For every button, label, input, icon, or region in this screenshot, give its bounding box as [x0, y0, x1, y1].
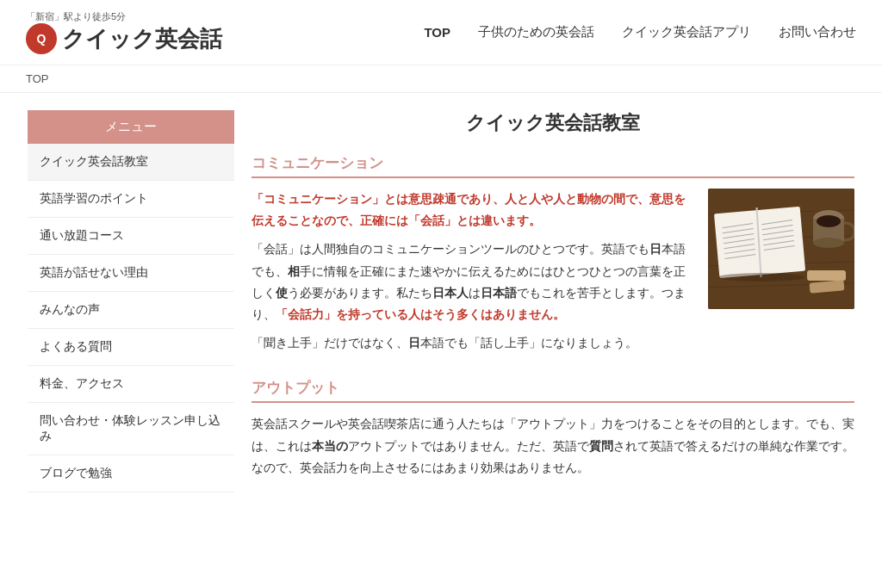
main-nav: TOP 子供のための英会話 クイック英会話アプリ お問い合わせ: [424, 24, 856, 40]
book-image: [708, 189, 854, 309]
comm-normal-2: 「聞き上手」だけではなく、日本語でも「話し上手」になりましょう。: [252, 336, 637, 350]
nav-kids-english[interactable]: 子供のための英会話: [478, 24, 594, 40]
svg-rect-24: [807, 270, 846, 281]
comm-highlight-1: 「コミュニケーション」とは意思疎通であり、人と人や人と動物の間で、意思を伝えるこ…: [252, 192, 686, 227]
logo-icon: Q: [26, 23, 57, 54]
section-communication: コミュニケーション 「コミュニケーション」とは意思疎通であり、人と人や人と動物の…: [252, 153, 854, 354]
sidebar-item-fee-access[interactable]: 料金、アクセス: [28, 366, 234, 403]
section-title-communication: コミュニケーション: [252, 153, 854, 178]
section-output: アウトプット 英会話スクールや英会話喫茶店に通う人たちは「アウトプット」力をつけ…: [252, 378, 854, 479]
sidebar-item-faq[interactable]: よくある質問: [28, 329, 234, 366]
sidebar-item-unlimited-course[interactable]: 通い放題コース: [28, 218, 234, 255]
logo-main: Q クイック英会話: [26, 23, 222, 54]
sidebar-menu-header: メニュー: [28, 110, 234, 144]
sidebar-item-cant-speak[interactable]: 英語が話せない理由: [28, 255, 234, 292]
sidebar-item-learning-points[interactable]: 英語学習のポイント: [28, 181, 234, 218]
main-content: クイック英会話教室 コミュニケーション 「コミュニケーション」とは意思疎通であり…: [252, 110, 854, 503]
logo-area: 「新宿」駅より徒歩5分 Q クイック英会話: [26, 10, 222, 54]
content-with-image: 「コミュニケーション」とは意思疎通であり、人と人や人と動物の間で、意思を伝えるこ…: [252, 189, 854, 354]
svg-point-26: [718, 273, 804, 282]
page-title: クイック英会話教室: [252, 110, 854, 136]
nav-contact[interactable]: お問い合わせ: [779, 24, 856, 40]
sidebar-item-classroom[interactable]: クイック英会話教室: [28, 144, 234, 181]
header: 「新宿」駅より徒歩5分 Q クイック英会話 TOP 子供のための英会話 クイック…: [0, 0, 882, 65]
sidebar-item-testimonials[interactable]: みんなの声: [28, 292, 234, 329]
sidebar-item-blog[interactable]: ブログで勉強: [28, 455, 234, 492]
communication-text: 「コミュニケーション」とは意思疎通であり、人と人や人と動物の間で、意思を伝えるこ…: [252, 189, 694, 354]
breadcrumb: TOP: [0, 65, 882, 93]
svg-point-22: [813, 238, 844, 248]
logo-subtitle: 「新宿」駅より徒歩5分: [26, 10, 222, 23]
output-text: 英会話スクールや英会話喫茶店に通う人たちは「アウトプット」力をつけることをその目…: [252, 413, 854, 479]
comm-normal-1: 「会話」は人間独自のコミュニケーションツールのひとつです。英語でも日本語でも、相…: [252, 242, 686, 321]
nav-top[interactable]: TOP: [424, 25, 450, 40]
logo-text: クイック英会話: [62, 24, 222, 54]
nav-app[interactable]: クイック英会話アプリ: [622, 24, 751, 40]
sidebar-item-contact-trial[interactable]: 問い合わせ・体験レッスン申し込み: [28, 403, 234, 455]
main-layout: メニュー クイック英会話教室 英語学習のポイント 通い放題コース 英語が話せない…: [10, 93, 872, 520]
section-title-output: アウトプット: [252, 378, 854, 403]
svg-point-23: [817, 215, 841, 227]
sidebar: メニュー クイック英会話教室 英語学習のポイント 通い放題コース 英語が話せない…: [28, 110, 234, 503]
